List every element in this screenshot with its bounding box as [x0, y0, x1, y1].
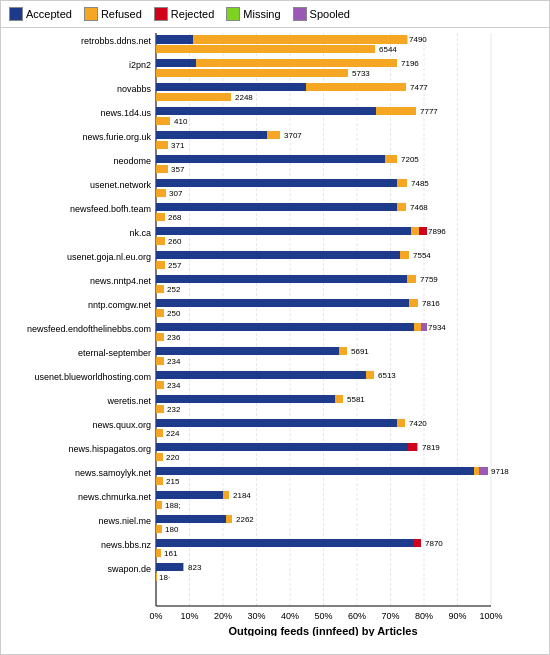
svg-rect-25	[156, 107, 376, 115]
svg-rect-70	[408, 443, 417, 451]
svg-rect-64	[156, 405, 164, 413]
val-2-2: 2248	[235, 93, 253, 102]
rejected-label: Rejected	[171, 8, 214, 20]
val-19-2: 188;	[165, 501, 181, 510]
ylabel-5: neodome	[113, 156, 151, 166]
svg-rect-34	[156, 179, 397, 187]
val-7-1: 7468	[410, 203, 428, 212]
svg-rect-88	[156, 573, 157, 581]
svg-rect-23	[156, 93, 231, 101]
val-12-1: 7934	[428, 323, 446, 332]
svg-rect-81	[156, 525, 162, 533]
svg-rect-53	[156, 323, 414, 331]
val-6-2: 307	[169, 189, 183, 198]
val-9-1: 7554	[413, 251, 431, 260]
svg-rect-54	[421, 323, 427, 331]
xtick-7: 70%	[381, 611, 399, 621]
svg-rect-38	[156, 213, 165, 221]
val-11-2: 250	[167, 309, 181, 318]
val-16-2: 224	[166, 429, 180, 438]
chart-body: retrobbs.ddns.net 7490 6544 i2pn2 7196 5…	[1, 28, 550, 636]
svg-rect-77	[156, 491, 223, 499]
ylabel-17: news.hispagatos.org	[68, 444, 151, 454]
svg-rect-83	[156, 539, 415, 547]
val-8-2: 260	[168, 237, 182, 246]
val-19-1: 2184	[233, 491, 251, 500]
val-21-2: 161	[164, 549, 178, 558]
ylabel-19: news.chmurka.net	[78, 492, 152, 502]
xtick-3: 30%	[247, 611, 265, 621]
svg-rect-29	[156, 141, 168, 149]
ylabel-21: news.bbs.nz	[101, 540, 152, 550]
val-15-1: 5581	[347, 395, 365, 404]
svg-rect-31	[156, 155, 385, 163]
legend-accepted: Accepted	[9, 7, 72, 21]
xtick-5: 50%	[314, 611, 332, 621]
ylabel-13: eternal-september	[78, 348, 151, 358]
svg-rect-47	[156, 275, 407, 283]
ylabel-8: nk.ca	[129, 228, 151, 238]
val-18-2: 215	[166, 477, 180, 486]
val-14-2: 234	[167, 381, 181, 390]
ylabel-9: usenet.goja.nl.eu.org	[67, 252, 151, 262]
svg-rect-22	[156, 83, 306, 91]
spooled-icon	[293, 7, 307, 21]
val-13-2: 234	[167, 357, 181, 366]
x-axis-title: Outgoing feeds (innfeed) by Articles	[228, 625, 417, 636]
svg-rect-35	[156, 189, 166, 197]
svg-rect-84	[413, 539, 421, 547]
val-18-1: 9718	[491, 467, 509, 476]
svg-rect-26	[156, 117, 170, 125]
val-1-1: 7196	[401, 59, 419, 68]
val-15-2: 232	[167, 405, 181, 414]
svg-rect-32	[156, 165, 168, 173]
missing-icon	[226, 7, 240, 21]
val-11-1: 7816	[422, 299, 440, 308]
ylabel-12: newsfeed.endofthelinebbs.com	[27, 324, 151, 334]
val-10-2: 252	[167, 285, 181, 294]
svg-rect-58	[156, 357, 164, 365]
svg-rect-69	[156, 443, 409, 451]
ylabel-2: novabbs	[117, 84, 152, 94]
ylabel-11: nntp.comgw.net	[88, 300, 152, 310]
legend-refused: Refused	[84, 7, 142, 21]
ylabel-16: news.quux.org	[92, 420, 151, 430]
legend-missing: Missing	[226, 7, 280, 21]
svg-rect-67	[156, 429, 163, 437]
ylabel-1: i2pn2	[129, 60, 151, 70]
xtick-1: 10%	[180, 611, 198, 621]
svg-rect-48	[156, 285, 164, 293]
svg-rect-74	[479, 467, 488, 475]
val-4-1: 3707	[284, 131, 302, 140]
legend: Accepted Refused Rejected Missing Spoole…	[1, 1, 549, 28]
svg-rect-44	[156, 251, 400, 259]
val-5-2: 357	[171, 165, 185, 174]
xtick-6: 60%	[348, 611, 366, 621]
ylabel-22: swapon.de	[107, 564, 151, 574]
missing-label: Missing	[243, 8, 280, 20]
chart-svg: retrobbs.ddns.net 7490 6544 i2pn2 7196 5…	[1, 28, 550, 636]
svg-rect-57	[156, 347, 339, 355]
svg-rect-42	[156, 237, 165, 245]
svg-rect-15	[156, 35, 407, 43]
legend-rejected: Rejected	[154, 7, 214, 21]
accepted-icon	[9, 7, 23, 21]
svg-rect-60	[156, 371, 366, 379]
svg-rect-80	[156, 515, 226, 523]
ylabel-15: weretis.net	[106, 396, 151, 406]
xtick-10: 100%	[479, 611, 502, 621]
xtick-2: 20%	[214, 611, 232, 621]
val-8-1: 7896	[428, 227, 446, 236]
ylabel-4: news.furie.org.uk	[82, 132, 151, 142]
val-3-1: 7777	[420, 107, 438, 116]
ylabel-0: retrobbs.ddns.net	[81, 36, 152, 46]
val-20-2: 180	[165, 525, 179, 534]
refused-label: Refused	[101, 8, 142, 20]
val-6-1: 7485	[411, 179, 429, 188]
svg-rect-78	[156, 501, 162, 509]
chart-container: Accepted Refused Rejected Missing Spoole…	[0, 0, 550, 655]
val-21-1: 7870	[425, 539, 443, 548]
svg-rect-37	[156, 203, 397, 211]
val-7-2: 268	[168, 213, 182, 222]
svg-rect-71	[156, 453, 163, 461]
